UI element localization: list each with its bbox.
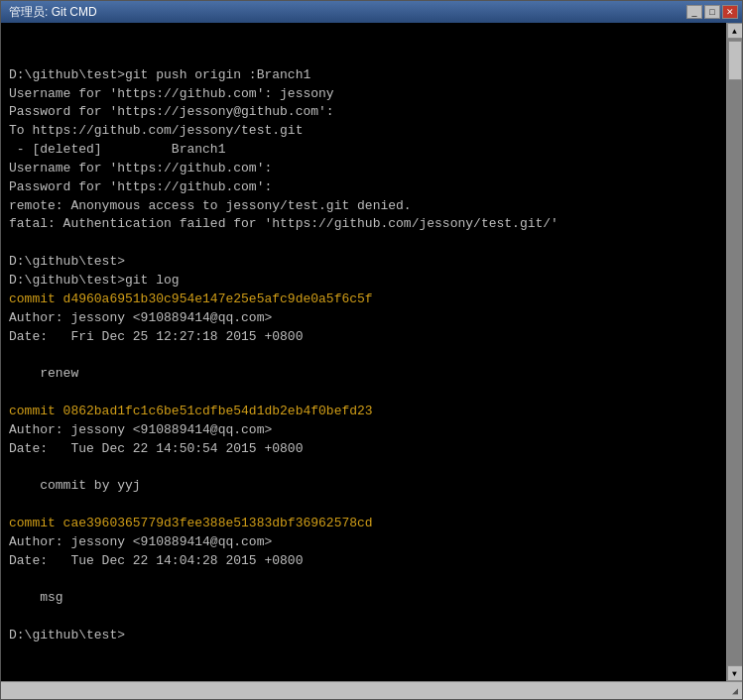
terminal-line: Username for 'https://github.com': bbox=[9, 160, 718, 178]
close-button[interactable]: ✕ bbox=[722, 5, 738, 19]
minimize-button[interactable]: _ bbox=[686, 5, 702, 19]
terminal-line bbox=[9, 570, 718, 589]
terminal-line: D:\github\test> bbox=[9, 627, 718, 645]
terminal-line: D:\github\test> bbox=[9, 253, 718, 272]
terminal-line: Author: jessony <910889414@qq.com> bbox=[9, 309, 718, 328]
resize-grip: ◢ bbox=[732, 685, 738, 697]
terminal-line: To https://github.com/jessony/test.git bbox=[9, 122, 718, 141]
terminal-line: msg bbox=[9, 589, 718, 608]
terminal-line: Username for 'https://github.com': jesso… bbox=[9, 85, 718, 104]
terminal-line bbox=[9, 496, 718, 515]
terminal-line: D:\github\test>git push origin :Branch1 bbox=[9, 66, 718, 85]
terminal-line bbox=[9, 458, 718, 477]
status-bar: ◢ bbox=[1, 681, 742, 699]
terminal-line: fatal: Authentication failed for 'https:… bbox=[9, 215, 718, 234]
terminal-line: commit 0862bad1fc1c6be51cdfbe54d1db2eb4f… bbox=[9, 403, 718, 421]
scroll-down-button[interactable]: ▼ bbox=[727, 665, 743, 681]
terminal-line: Author: jessony <910889414@qq.com> bbox=[9, 533, 718, 552]
terminal-line: commit by yyj bbox=[9, 477, 718, 496]
terminal-line: Date: Fri Dec 25 12:27:18 2015 +0800 bbox=[9, 328, 718, 347]
terminal-line bbox=[9, 234, 718, 253]
terminal-line: Date: Tue Dec 22 14:04:28 2015 +0800 bbox=[9, 552, 718, 571]
terminal-line: Date: Tue Dec 22 14:50:54 2015 +0800 bbox=[9, 440, 718, 459]
terminal-line: - [deleted] Branch1 bbox=[9, 141, 718, 160]
terminal-line bbox=[9, 346, 718, 365]
terminal-line: renew bbox=[9, 365, 718, 384]
scroll-track[interactable] bbox=[727, 39, 742, 665]
terminal-line: Author: jessony <910889414@qq.com> bbox=[9, 421, 718, 440]
maximize-button[interactable]: □ bbox=[704, 5, 720, 19]
terminal-line: Password for 'https://jessony@github.com… bbox=[9, 103, 718, 122]
title-bar: 管理员: Git CMD _ □ ✕ bbox=[1, 1, 742, 23]
terminal-line bbox=[9, 384, 718, 403]
terminal-line bbox=[9, 608, 718, 627]
window-controls: _ □ ✕ bbox=[686, 5, 738, 19]
scrollbar[interactable]: ▲ ▼ bbox=[726, 23, 742, 681]
terminal-line: Password for 'https://github.com': bbox=[9, 178, 718, 197]
terminal-area: D:\github\test>git push origin :Branch1 … bbox=[1, 23, 742, 681]
window-title: 管理员: Git CMD bbox=[5, 4, 97, 21]
terminal-line: remote: Anonymous access to jessony/test… bbox=[9, 197, 718, 216]
window: 管理员: Git CMD _ □ ✕ D:\github\test>git pu… bbox=[0, 0, 743, 700]
terminal-content[interactable]: D:\github\test>git push origin :Branch1 … bbox=[1, 23, 726, 681]
terminal-line: D:\github\test>git log bbox=[9, 272, 718, 291]
terminal-line: commit cae3960365779d3fee388e51383dbf369… bbox=[9, 515, 718, 533]
scroll-up-button[interactable]: ▲ bbox=[727, 23, 743, 39]
terminal-line: commit d4960a6951b30c954e147e25e5afc9de0… bbox=[9, 291, 718, 309]
scroll-thumb[interactable] bbox=[728, 41, 742, 80]
